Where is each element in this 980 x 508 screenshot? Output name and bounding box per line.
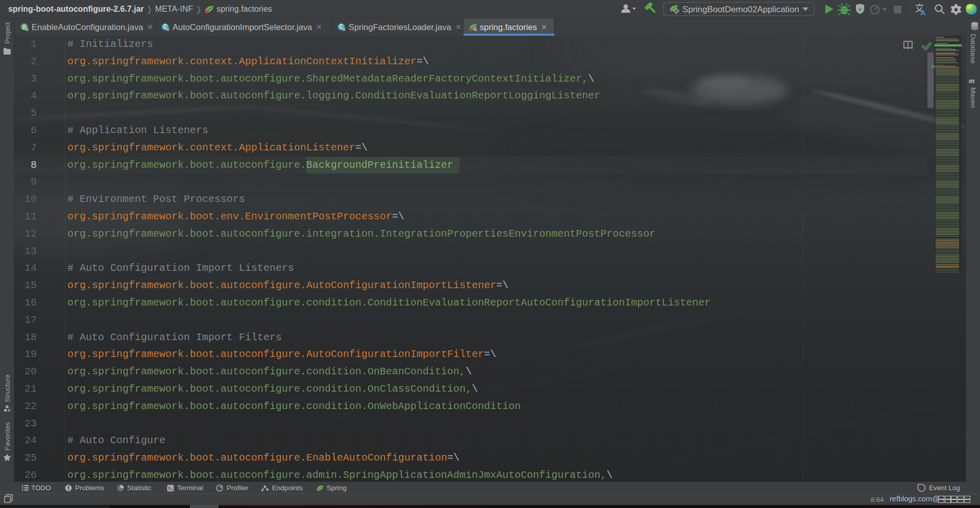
svg-text:A: A [920,9,926,17]
svg-text:SpringBootDemo02Application: SpringBootDemo02Application [682,5,799,14]
